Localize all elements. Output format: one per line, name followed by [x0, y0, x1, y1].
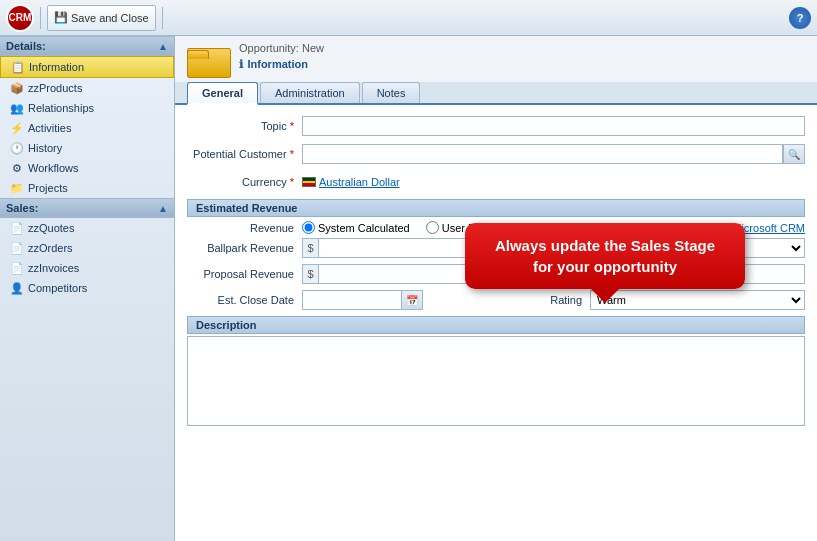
app-logo: CRM — [6, 4, 34, 32]
date-col: Est. Close Date 📅 — [187, 290, 492, 310]
sidebar-item-label: Projects — [28, 182, 68, 194]
sales-collapse-btn[interactable]: ▲ — [158, 203, 168, 214]
sidebar-item-zzproducts[interactable]: 📦 zzProducts — [0, 78, 174, 98]
tab-general[interactable]: General — [187, 82, 258, 105]
page-subtitle: Opportunity: New — [239, 42, 324, 54]
currency-row: Currency * Australian Dollar — [187, 171, 805, 193]
revenue-system-input[interactable] — [302, 221, 315, 234]
details-section-header: Details: ▲ — [0, 36, 174, 56]
sidebar-item-label: zzOrders — [28, 242, 73, 254]
info-icon: ℹ — [239, 58, 243, 70]
content-area: Opportunity: New ℹ Information General A… — [175, 36, 817, 541]
sidebar-item-zzinvoices[interactable]: 📄 zzInvoices — [0, 258, 174, 278]
toolbar-separator2 — [162, 7, 163, 29]
sidebar-item-label: zzQuotes — [28, 222, 74, 234]
currency-flag-icon — [302, 177, 316, 187]
page-title: ℹ Information — [239, 54, 324, 72]
currency-required: * — [290, 176, 294, 188]
revenue-user-input[interactable] — [426, 221, 439, 234]
sidebar-item-projects[interactable]: 📁 Projects — [0, 178, 174, 198]
revenue-label: Revenue — [187, 222, 302, 234]
toolbar-separator — [40, 7, 41, 29]
ballpark-col: Ballpark Revenue $ — [187, 238, 492, 258]
dollar-prefix2: $ — [302, 264, 318, 284]
page-header: Opportunity: New ℹ Information — [175, 36, 817, 82]
sales-section-header: Sales: ▲ — [0, 198, 174, 218]
date-label: Est. Close Date — [187, 294, 302, 306]
tabs-bar: General Administration Notes — [175, 82, 817, 105]
zzorders-icon: 📄 — [10, 241, 24, 255]
currency-label: Currency * — [187, 176, 302, 188]
date-input[interactable] — [302, 290, 402, 310]
calendar-button[interactable]: 📅 — [402, 290, 423, 310]
description-header: Description — [187, 316, 805, 334]
folder-icon — [187, 42, 229, 78]
sidebar-item-label: zzInvoices — [28, 262, 79, 274]
sidebar-item-zzquotes[interactable]: 📄 zzQuotes — [0, 218, 174, 238]
zzproducts-icon: 📦 — [10, 81, 24, 95]
sidebar-item-workflows[interactable]: ⚙ Workflows — [0, 158, 174, 178]
competitors-icon: 👤 — [10, 281, 24, 295]
sidebar-item-label: zzProducts — [28, 82, 82, 94]
potential-customer-lookup-btn[interactable]: 🔍 — [783, 144, 805, 164]
ballpark-label: Ballpark Revenue — [187, 242, 302, 254]
sidebar-item-label: Activities — [28, 122, 71, 134]
dollar-prefix: $ — [302, 238, 318, 258]
customer-required: * — [290, 148, 294, 160]
details-collapse-btn[interactable]: ▲ — [158, 41, 168, 52]
rating-col: Rating Warm — [500, 290, 805, 310]
potential-customer-label: Potential Customer * — [187, 148, 302, 160]
projects-icon: 📁 — [10, 181, 24, 195]
tab-notes[interactable]: Notes — [362, 82, 421, 103]
topic-label: Topic * — [187, 120, 302, 132]
tooltip-bubble: Always update the Sales Stage for your o… — [465, 223, 745, 289]
page-title-area: Opportunity: New ℹ Information — [239, 42, 324, 72]
tab-administration[interactable]: Administration — [260, 82, 360, 103]
main-container: Details: ▲ 📋 Information 📦 zzProducts 👥 … — [0, 36, 817, 541]
form-area: Topic * Potential Customer * 🔍 Currency — [175, 105, 817, 541]
workflows-icon: ⚙ — [10, 161, 24, 175]
rating-label: Rating — [500, 294, 590, 306]
toolbar: CRM 💾 Save and Close ? — [0, 0, 817, 36]
activities-icon: ⚡ — [10, 121, 24, 135]
zzinvoices-icon: 📄 — [10, 261, 24, 275]
potential-customer-input[interactable] — [302, 144, 783, 164]
help-button[interactable]: ? — [789, 7, 811, 29]
save-close-label: Save and Close — [71, 12, 149, 24]
estimated-revenue-header: Estimated Revenue — [187, 199, 805, 217]
potential-customer-row: Potential Customer * 🔍 — [187, 143, 805, 165]
topic-row: Topic * — [187, 115, 805, 137]
proposal-label: Proposal Revenue — [187, 268, 302, 280]
information-icon: 📋 — [11, 60, 25, 74]
sidebar-item-label: Information — [29, 61, 84, 73]
proposal-col: Proposal Revenue $ — [187, 264, 492, 284]
topic-required: * — [290, 120, 294, 132]
topic-input[interactable] — [302, 116, 805, 136]
date-rating-row: Est. Close Date 📅 Rating Warm — [187, 290, 805, 310]
currency-link[interactable]: Australian Dollar — [319, 176, 400, 188]
date-input-wrap: 📅 — [302, 290, 423, 310]
sidebar-item-label: Competitors — [28, 282, 87, 294]
save-icon: 💾 — [54, 11, 68, 24]
sidebar-item-history[interactable]: 🕐 History — [0, 138, 174, 158]
sidebar-item-information[interactable]: 📋 Information — [0, 56, 174, 78]
sidebar-item-zzorders[interactable]: 📄 zzOrders — [0, 238, 174, 258]
revenue-system-radio[interactable]: System Calculated — [302, 221, 410, 234]
zzquotes-icon: 📄 — [10, 221, 24, 235]
sidebar-item-label: Workflows — [28, 162, 79, 174]
relationships-icon: 👥 — [10, 101, 24, 115]
sidebar-item-label: Relationships — [28, 102, 94, 114]
sidebar-item-competitors[interactable]: 👤 Competitors — [0, 278, 174, 298]
history-icon: 🕐 — [10, 141, 24, 155]
save-close-button[interactable]: 💾 Save and Close — [47, 5, 156, 31]
sidebar: Details: ▲ 📋 Information 📦 zzProducts 👥 … — [0, 36, 175, 541]
rating-select[interactable]: Warm — [590, 290, 805, 310]
sidebar-item-relationships[interactable]: 👥 Relationships — [0, 98, 174, 118]
description-textarea[interactable] — [187, 336, 805, 426]
sidebar-item-activities[interactable]: ⚡ Activities — [0, 118, 174, 138]
sidebar-item-label: History — [28, 142, 62, 154]
